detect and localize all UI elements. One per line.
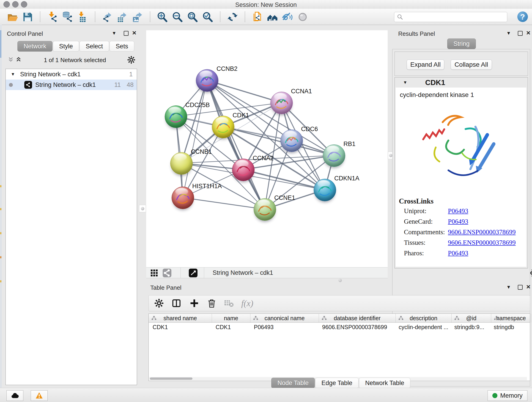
- table-panel-close-icon[interactable]: ✕: [526, 284, 531, 290]
- birds-eye-view-icon[interactable]: [189, 269, 197, 277]
- delete-column-trash-icon[interactable]: [206, 298, 217, 308]
- export-table-button[interactable]: [116, 11, 129, 23]
- cell-description[interactable]: cyclin-dependent ...: [395, 322, 450, 332]
- node-cdkn1a[interactable]: [314, 179, 336, 201]
- grid-view-icon[interactable]: [150, 269, 158, 277]
- tab-node-table[interactable]: Node Table: [271, 378, 315, 388]
- control-panel-menu-icon[interactable]: ▾: [113, 30, 115, 36]
- network-canvas[interactable]: CCNB2CCNA1CDC25BCDK1CDC6RB1CCNB1CCNA2CDK…: [146, 30, 388, 267]
- expand-all-button[interactable]: Expand All: [407, 60, 444, 70]
- table-row[interactable]: CDK1CDK1P064939606.ENSP00000378699cyclin…: [149, 322, 530, 332]
- zoom-out-button[interactable]: [171, 11, 184, 23]
- node-cdk1[interactable]: [212, 116, 234, 138]
- edge-CCNB2-CCNE1[interactable]: [207, 80, 265, 209]
- collapse-all-networks-icon[interactable]: [7, 56, 15, 64]
- scrollbar-thumb[interactable]: [150, 377, 192, 380]
- crosslink-link[interactable]: P06493: [448, 207, 468, 215]
- search-field[interactable]: [394, 12, 507, 22]
- string-network-icon: [24, 81, 32, 89]
- crosslink-link[interactable]: 9606.ENSP00000378699: [448, 228, 516, 236]
- column-header--id[interactable]: @id: [452, 314, 491, 322]
- cell-database-identifier[interactable]: 9606.ENSP00000378699: [318, 322, 395, 332]
- cell--id[interactable]: stringdb:9...: [450, 322, 490, 332]
- table-panel-menu-icon[interactable]: ▾: [507, 284, 510, 290]
- node-ccnb2[interactable]: [196, 69, 218, 92]
- warnings-button[interactable]: [31, 390, 48, 401]
- column-header-namespace[interactable]: namespace: [491, 314, 531, 322]
- disclosure-triangle-icon[interactable]: ▼: [11, 72, 15, 77]
- node-cdc6[interactable]: [280, 129, 303, 152]
- results-panel-close-icon[interactable]: ✕: [526, 30, 531, 36]
- desktop-sliver-dot: [0, 232, 1, 234]
- column-header-canonical-name[interactable]: canonical name: [250, 314, 319, 322]
- node-hist1h1a[interactable]: [172, 186, 194, 209]
- cloud-button[interactable]: [6, 390, 23, 401]
- node-rb1[interactable]: [323, 144, 345, 167]
- show-results-button[interactable]: [297, 11, 309, 23]
- section-disclosure-icon[interactable]: ▼: [403, 80, 407, 85]
- cell-canonical-name[interactable]: P06493: [250, 322, 318, 332]
- column-header-name[interactable]: name: [212, 314, 250, 322]
- tab-string[interactable]: String: [447, 38, 476, 49]
- network-share-icon[interactable]: [163, 269, 171, 277]
- protein-section-header[interactable]: ▼ CDK1: [395, 77, 528, 88]
- results-panel-menu-icon[interactable]: ▾: [507, 30, 510, 36]
- save-button[interactable]: [22, 11, 34, 23]
- crosslink-link[interactable]: P06493: [448, 249, 468, 257]
- column-header-database-identifier[interactable]: database identifier: [319, 314, 396, 322]
- string-home-button[interactable]: [266, 11, 279, 23]
- horizontal-splitter-handle[interactable]: [338, 279, 342, 282]
- results-panel-float-icon[interactable]: [518, 31, 523, 36]
- control-panel-close-icon[interactable]: ✕: [132, 30, 137, 36]
- collapse-all-button[interactable]: Collapse All: [451, 60, 492, 70]
- tab-network[interactable]: Network: [17, 41, 52, 51]
- search-input[interactable]: [404, 13, 507, 21]
- network-collection-row[interactable]: ▼ String Network – cdk1 1: [6, 69, 137, 80]
- edge-HIST1H1A-CCNE1[interactable]: [183, 198, 265, 209]
- node-ccna2[interactable]: [232, 159, 254, 181]
- import-table-button[interactable]: [76, 11, 89, 23]
- node-table-header: shared namenamecanonical namedatabase id…: [149, 314, 530, 323]
- left-splitter-handle[interactable]: [139, 205, 146, 212]
- zoom-fit-button[interactable]: [186, 11, 199, 23]
- cell-shared-name[interactable]: CDK1: [149, 322, 212, 332]
- crosslink-link[interactable]: P06493: [448, 218, 468, 225]
- node-ccnb1[interactable]: [170, 152, 193, 175]
- network-row[interactable]: String Network – cdk1 11 48: [6, 80, 137, 90]
- tab-edge-table[interactable]: Edge Table: [315, 378, 359, 388]
- toolbar-separator: [220, 12, 220, 22]
- table-panel-float-icon[interactable]: [518, 285, 523, 290]
- hide-results-button[interactable]: [281, 11, 294, 23]
- node-ccna1[interactable]: [270, 92, 293, 114]
- cell-name[interactable]: CDK1: [212, 322, 250, 332]
- import-database-button[interactable]: [61, 11, 74, 23]
- zoom-in-button[interactable]: [156, 11, 169, 23]
- share-document-button[interactable]: [251, 11, 264, 23]
- help-button[interactable]: ?: [517, 12, 528, 22]
- crosslink-link[interactable]: 9606.ENSP00000378699: [448, 239, 516, 246]
- control-panel-float-icon[interactable]: [124, 31, 128, 36]
- tab-sets[interactable]: Sets: [109, 41, 134, 51]
- tab-style[interactable]: Style: [53, 41, 79, 51]
- expand-all-networks-icon[interactable]: [15, 56, 23, 64]
- show-columns-icon[interactable]: [171, 298, 182, 308]
- export-network-button[interactable]: [101, 11, 114, 23]
- edge-CCNB2-HIST1H1A[interactable]: [183, 80, 207, 198]
- export-image-button[interactable]: [132, 11, 144, 23]
- table-settings-gear-icon[interactable]: [154, 298, 164, 308]
- import-network-button[interactable]: [46, 11, 59, 23]
- zoom-selected-button[interactable]: [202, 11, 214, 23]
- column-header-description[interactable]: description: [396, 314, 452, 322]
- memory-button[interactable]: Memory: [488, 390, 527, 401]
- status-separator: [204, 268, 204, 278]
- refresh-button[interactable]: [226, 11, 239, 23]
- network-options-gear-icon[interactable]: [127, 56, 136, 65]
- tab-network-table[interactable]: Network Table: [359, 378, 411, 388]
- node-ccne1[interactable]: [254, 198, 276, 221]
- column-header-shared-name[interactable]: shared name: [149, 314, 212, 322]
- add-column-plus-icon[interactable]: [189, 298, 200, 308]
- cell-namespace[interactable]: stringdb: [490, 322, 530, 332]
- node-cdc25b[interactable]: [165, 105, 187, 128]
- open-button[interactable]: [6, 11, 19, 23]
- tab-select[interactable]: Select: [80, 41, 109, 51]
